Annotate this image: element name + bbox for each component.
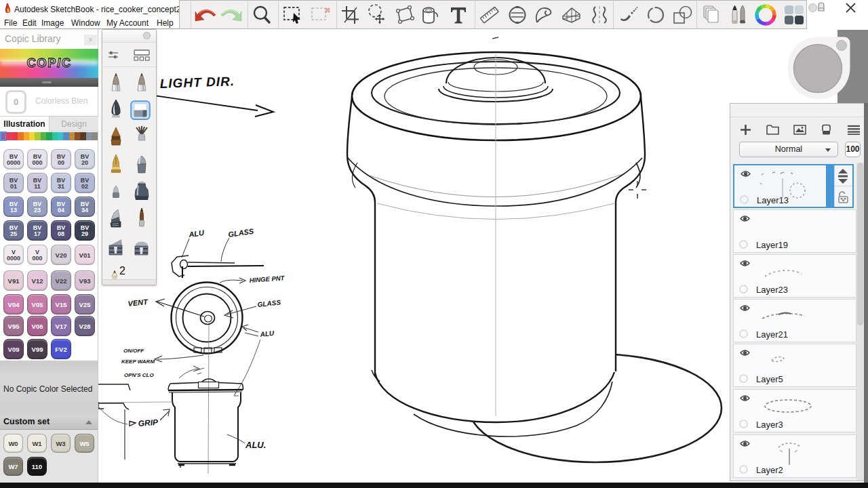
svg-text:HINGE PNT: HINGE PNT bbox=[249, 274, 285, 284]
svg-text:ON/OFF: ON/OFF bbox=[123, 348, 144, 354]
svg-text:ALU.: ALU. bbox=[245, 440, 266, 450]
svg-text:OPN'S CLO: OPN'S CLO bbox=[124, 372, 154, 378]
svg-text:LIGHT DIR.: LIGHT DIR. bbox=[159, 74, 235, 91]
svg-text:GRIP: GRIP bbox=[138, 418, 159, 428]
svg-text:ALU: ALU bbox=[259, 329, 275, 338]
svg-text:2: 2 bbox=[119, 265, 125, 277]
svg-text:VENT: VENT bbox=[127, 298, 149, 308]
svg-text:KEEP WARM: KEEP WARM bbox=[121, 359, 155, 365]
svg-text:ALU: ALU bbox=[188, 228, 205, 239]
svg-text:GLASS: GLASS bbox=[257, 298, 281, 308]
svg-text:GLASS: GLASS bbox=[228, 227, 255, 239]
